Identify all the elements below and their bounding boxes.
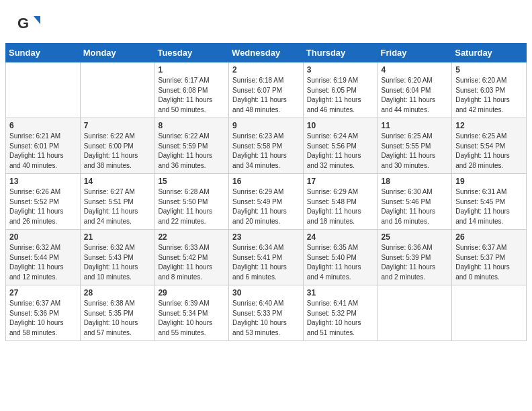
cell-content: Sunrise: 6:38 AM Sunset: 5:35 PM Dayligh… [84, 299, 151, 338]
cell-content: Sunrise: 6:19 AM Sunset: 6:05 PM Dayligh… [307, 76, 374, 115]
calendar-cell [378, 285, 452, 341]
calendar-cell: 7Sunrise: 6:22 AM Sunset: 6:00 PM Daylig… [80, 118, 154, 174]
calendar-week-3: 13Sunrise: 6:26 AM Sunset: 5:52 PM Dayli… [6, 174, 527, 230]
day-number: 15 [158, 177, 225, 186]
cell-content: Sunrise: 6:39 AM Sunset: 5:34 PM Dayligh… [158, 299, 225, 338]
calendar-cell: 27Sunrise: 6:37 AM Sunset: 5:36 PM Dayli… [6, 285, 81, 341]
logo: G [16, 12, 44, 38]
calendar-container: SundayMondayTuesdayWednesdayThursdayFrid… [0, 43, 532, 347]
day-number: 2 [232, 65, 300, 75]
calendar-cell: 30Sunrise: 6:40 AM Sunset: 5:33 PM Dayli… [229, 285, 304, 341]
calendar-cell: 31Sunrise: 6:41 AM Sunset: 5:32 PM Dayli… [303, 285, 378, 341]
day-number: 9 [232, 121, 300, 130]
cell-content: Sunrise: 6:29 AM Sunset: 5:48 PM Dayligh… [307, 187, 374, 226]
calendar-cell [80, 62, 154, 118]
calendar-week-5: 27Sunrise: 6:37 AM Sunset: 5:36 PM Dayli… [6, 285, 527, 341]
calendar-week-1: 1Sunrise: 6:17 AM Sunset: 6:08 PM Daylig… [6, 62, 527, 118]
calendar-cell: 13Sunrise: 6:26 AM Sunset: 5:52 PM Dayli… [6, 174, 81, 230]
cell-content: Sunrise: 6:30 AM Sunset: 5:46 PM Dayligh… [382, 187, 449, 226]
calendar-cell: 16Sunrise: 6:29 AM Sunset: 5:49 PM Dayli… [229, 174, 304, 230]
header-tuesday: Tuesday [154, 44, 229, 62]
cell-content: Sunrise: 6:28 AM Sunset: 5:50 PM Dayligh… [158, 187, 225, 226]
day-number: 20 [9, 232, 77, 242]
day-number: 17 [307, 177, 374, 186]
calendar-cell: 4Sunrise: 6:20 AM Sunset: 6:04 PM Daylig… [378, 62, 452, 118]
day-number: 7 [84, 121, 151, 130]
cell-content: Sunrise: 6:29 AM Sunset: 5:49 PM Dayligh… [232, 187, 300, 226]
calendar-cell: 26Sunrise: 6:37 AM Sunset: 5:37 PM Dayli… [452, 230, 527, 285]
calendar-cell: 23Sunrise: 6:34 AM Sunset: 5:41 PM Dayli… [229, 230, 304, 285]
day-number: 18 [382, 177, 449, 186]
cell-content: Sunrise: 6:17 AM Sunset: 6:08 PM Dayligh… [158, 76, 225, 115]
calendar-cell: 1Sunrise: 6:17 AM Sunset: 6:08 PM Daylig… [154, 62, 229, 118]
header-wednesday: Wednesday [229, 44, 304, 62]
cell-content: Sunrise: 6:24 AM Sunset: 5:56 PM Dayligh… [307, 132, 374, 171]
calendar-cell: 17Sunrise: 6:29 AM Sunset: 5:48 PM Dayli… [303, 174, 378, 230]
day-number: 1 [158, 65, 225, 75]
calendar-cell [6, 62, 81, 118]
page-header: G [0, 0, 532, 43]
calendar-cell: 2Sunrise: 6:18 AM Sunset: 6:07 PM Daylig… [229, 62, 304, 118]
calendar-cell: 5Sunrise: 6:20 AM Sunset: 6:03 PM Daylig… [452, 62, 527, 118]
calendar-table: SundayMondayTuesdayWednesdayThursdayFrid… [5, 43, 527, 341]
calendar-cell: 28Sunrise: 6:38 AM Sunset: 5:35 PM Dayli… [80, 285, 154, 341]
day-number: 4 [382, 65, 449, 75]
header-sunday: Sunday [6, 44, 81, 62]
day-number: 29 [158, 288, 225, 298]
day-number: 19 [455, 177, 523, 186]
cell-content: Sunrise: 6:23 AM Sunset: 5:58 PM Dayligh… [232, 132, 300, 171]
calendar-cell: 18Sunrise: 6:30 AM Sunset: 5:46 PM Dayli… [378, 174, 452, 230]
cell-content: Sunrise: 6:35 AM Sunset: 5:40 PM Dayligh… [307, 243, 374, 282]
day-number: 16 [232, 177, 300, 186]
calendar-cell: 25Sunrise: 6:36 AM Sunset: 5:39 PM Dayli… [378, 230, 452, 285]
calendar-cell: 20Sunrise: 6:32 AM Sunset: 5:44 PM Dayli… [6, 230, 81, 285]
calendar-cell: 10Sunrise: 6:24 AM Sunset: 5:56 PM Dayli… [303, 118, 378, 174]
cell-content: Sunrise: 6:22 AM Sunset: 6:00 PM Dayligh… [84, 132, 151, 171]
svg-marker-1 [34, 16, 40, 24]
day-number: 3 [307, 65, 374, 75]
calendar-week-4: 20Sunrise: 6:32 AM Sunset: 5:44 PM Dayli… [6, 230, 527, 285]
calendar-cell: 3Sunrise: 6:19 AM Sunset: 6:05 PM Daylig… [303, 62, 378, 118]
day-number: 8 [158, 121, 225, 130]
day-number: 28 [84, 288, 151, 298]
day-number: 24 [307, 232, 374, 242]
calendar-cell: 29Sunrise: 6:39 AM Sunset: 5:34 PM Dayli… [154, 285, 229, 341]
calendar-cell: 14Sunrise: 6:27 AM Sunset: 5:51 PM Dayli… [80, 174, 154, 230]
day-number: 31 [307, 288, 374, 298]
cell-content: Sunrise: 6:20 AM Sunset: 6:04 PM Dayligh… [382, 76, 449, 115]
day-number: 14 [84, 177, 151, 186]
header-monday: Monday [80, 44, 154, 62]
day-number: 10 [307, 121, 374, 130]
calendar-cell: 22Sunrise: 6:33 AM Sunset: 5:42 PM Dayli… [154, 230, 229, 285]
cell-content: Sunrise: 6:41 AM Sunset: 5:32 PM Dayligh… [307, 299, 374, 338]
cell-content: Sunrise: 6:22 AM Sunset: 5:59 PM Dayligh… [158, 132, 225, 171]
cell-content: Sunrise: 6:32 AM Sunset: 5:44 PM Dayligh… [9, 243, 77, 282]
calendar-cell [452, 285, 527, 341]
calendar-cell: 12Sunrise: 6:25 AM Sunset: 5:54 PM Dayli… [452, 118, 527, 174]
day-number: 21 [84, 232, 151, 242]
calendar-cell: 8Sunrise: 6:22 AM Sunset: 5:59 PM Daylig… [154, 118, 229, 174]
cell-content: Sunrise: 6:27 AM Sunset: 5:51 PM Dayligh… [84, 187, 151, 226]
day-number: 30 [232, 288, 300, 298]
cell-content: Sunrise: 6:37 AM Sunset: 5:37 PM Dayligh… [455, 243, 523, 282]
calendar-header-row: SundayMondayTuesdayWednesdayThursdayFrid… [6, 44, 527, 62]
cell-content: Sunrise: 6:32 AM Sunset: 5:43 PM Dayligh… [84, 243, 151, 282]
svg-text:G: G [17, 15, 29, 32]
day-number: 6 [9, 121, 77, 130]
calendar-cell: 15Sunrise: 6:28 AM Sunset: 5:50 PM Dayli… [154, 174, 229, 230]
header-thursday: Thursday [303, 44, 378, 62]
calendar-cell: 24Sunrise: 6:35 AM Sunset: 5:40 PM Dayli… [303, 230, 378, 285]
calendar-week-2: 6Sunrise: 6:21 AM Sunset: 6:01 PM Daylig… [6, 118, 527, 174]
day-number: 13 [9, 177, 77, 186]
day-number: 25 [382, 232, 449, 242]
day-number: 22 [158, 232, 225, 242]
cell-content: Sunrise: 6:26 AM Sunset: 5:52 PM Dayligh… [9, 187, 77, 226]
calendar-cell: 6Sunrise: 6:21 AM Sunset: 6:01 PM Daylig… [6, 118, 81, 174]
cell-content: Sunrise: 6:40 AM Sunset: 5:33 PM Dayligh… [232, 299, 300, 338]
calendar-cell: 9Sunrise: 6:23 AM Sunset: 5:58 PM Daylig… [229, 118, 304, 174]
cell-content: Sunrise: 6:34 AM Sunset: 5:41 PM Dayligh… [232, 243, 300, 282]
day-number: 5 [455, 65, 523, 75]
day-number: 11 [382, 121, 449, 130]
cell-content: Sunrise: 6:21 AM Sunset: 6:01 PM Dayligh… [9, 132, 77, 171]
cell-content: Sunrise: 6:33 AM Sunset: 5:42 PM Dayligh… [158, 243, 225, 282]
